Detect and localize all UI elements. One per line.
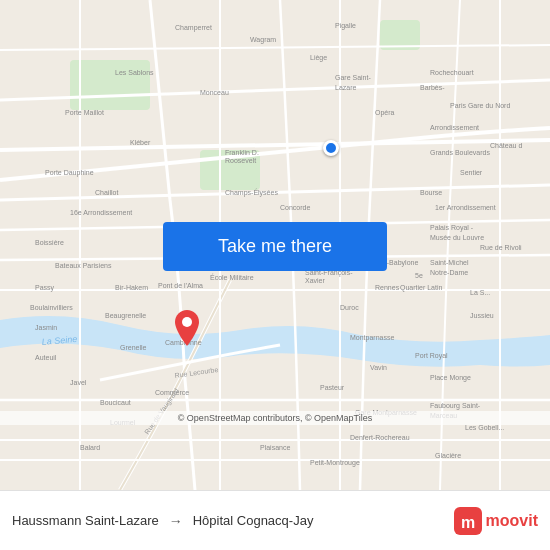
- svg-text:Beaugrenelle: Beaugrenelle: [105, 312, 146, 320]
- svg-text:Bir-Hakem: Bir-Hakem: [115, 284, 148, 291]
- svg-text:Auteuil: Auteuil: [35, 354, 57, 361]
- svg-text:Concorde: Concorde: [280, 204, 310, 211]
- svg-text:5e: 5e: [415, 272, 423, 279]
- svg-text:Boissière: Boissière: [35, 239, 64, 246]
- svg-text:Roosevelt: Roosevelt: [225, 157, 256, 164]
- svg-text:m: m: [460, 514, 474, 531]
- bottom-navigation-bar: Haussmann Saint-Lazare → Hôpital Cognacq…: [0, 490, 550, 550]
- svg-text:Xavier: Xavier: [305, 277, 326, 284]
- svg-text:Franklin D.: Franklin D.: [225, 149, 259, 156]
- svg-text:Les Gobell...: Les Gobell...: [465, 424, 504, 431]
- svg-text:Liège: Liège: [310, 54, 327, 62]
- svg-text:Rennes: Rennes: [375, 284, 400, 291]
- origin-location-dot: [323, 140, 339, 156]
- svg-point-94: [182, 317, 192, 327]
- to-station-label: Hôpital Cognacq-Jay: [193, 513, 314, 528]
- map-container: Les Sablons Pigalle Porte Maillot Wagram…: [0, 0, 550, 490]
- svg-text:Rochechouart: Rochechouart: [430, 69, 474, 76]
- svg-text:Balard: Balard: [80, 444, 100, 451]
- moovit-brand-text: moovit: [486, 512, 538, 530]
- svg-text:Pont de l'Alma: Pont de l'Alma: [158, 282, 203, 289]
- svg-text:Passy: Passy: [35, 284, 55, 292]
- svg-text:Bateaux Parisiens: Bateaux Parisiens: [55, 262, 112, 269]
- svg-text:Glacière: Glacière: [435, 452, 461, 459]
- svg-text:Gare Saint-: Gare Saint-: [335, 74, 371, 81]
- svg-text:Opéra: Opéra: [375, 109, 395, 117]
- moovit-icon: m: [454, 507, 482, 535]
- svg-text:Boulainvilliers: Boulainvilliers: [30, 304, 73, 311]
- svg-text:Saint-Michel: Saint-Michel: [430, 259, 469, 266]
- svg-rect-1: [70, 60, 150, 110]
- from-station-label: Haussmann Saint-Lazare: [12, 513, 159, 528]
- svg-text:Denfert-Rochereau: Denfert-Rochereau: [350, 434, 410, 441]
- svg-text:Petit-Montrouge: Petit-Montrouge: [310, 459, 360, 467]
- svg-text:1er Arrondissement: 1er Arrondissement: [435, 204, 496, 211]
- svg-text:Kléber: Kléber: [130, 139, 151, 146]
- destination-pin: [175, 310, 199, 350]
- svg-text:Quartier Latin: Quartier Latin: [400, 284, 443, 292]
- svg-text:Jussieu: Jussieu: [470, 312, 494, 319]
- svg-text:Grenelle: Grenelle: [120, 344, 147, 351]
- svg-text:Notre-Dame: Notre-Dame: [430, 269, 468, 276]
- arrow-icon: →: [169, 513, 183, 529]
- svg-text:Palais Royal -: Palais Royal -: [430, 224, 474, 232]
- svg-text:Jasmin: Jasmin: [35, 324, 57, 331]
- svg-text:Faubourg Saint-: Faubourg Saint-: [430, 402, 481, 410]
- svg-text:Bourse: Bourse: [420, 189, 442, 196]
- svg-text:Rue de Rivoli: Rue de Rivoli: [480, 244, 522, 251]
- svg-text:Wagram: Wagram: [250, 36, 276, 44]
- svg-text:Duroc: Duroc: [340, 304, 359, 311]
- svg-text:Place Monge: Place Monge: [430, 374, 471, 382]
- svg-text:Grands Boulevards: Grands Boulevards: [430, 149, 490, 156]
- svg-text:Musée du Louvre: Musée du Louvre: [430, 234, 484, 241]
- svg-text:Boucicaut: Boucicaut: [100, 399, 131, 406]
- svg-text:Plaisance: Plaisance: [260, 444, 290, 451]
- svg-text:Port Royal: Port Royal: [415, 352, 448, 360]
- svg-text:Javel: Javel: [70, 379, 87, 386]
- svg-text:Sentier: Sentier: [460, 169, 483, 176]
- svg-text:Lazare: Lazare: [335, 84, 357, 91]
- svg-text:Pigalle: Pigalle: [335, 22, 356, 30]
- svg-text:Porte Dauphine: Porte Dauphine: [45, 169, 94, 177]
- moovit-logo: m moovit: [454, 507, 538, 535]
- svg-text:Vavin: Vavin: [370, 364, 387, 371]
- svg-text:Champerret: Champerret: [175, 24, 212, 32]
- svg-text:École Militaire: École Militaire: [210, 273, 254, 281]
- svg-text:Château d: Château d: [490, 142, 522, 149]
- svg-text:Montparnasse: Montparnasse: [350, 334, 394, 342]
- take-me-there-button[interactable]: Take me there: [163, 222, 387, 271]
- svg-text:Barbès-: Barbès-: [420, 84, 445, 91]
- svg-text:Les Sablons: Les Sablons: [115, 69, 154, 76]
- svg-text:Chaillot: Chaillot: [95, 189, 118, 196]
- svg-text:La S...: La S...: [470, 289, 490, 296]
- svg-text:16e Arrondissement: 16e Arrondissement: [70, 209, 132, 216]
- svg-text:Monceau: Monceau: [200, 89, 229, 96]
- svg-text:Arrondissement: Arrondissement: [430, 124, 479, 131]
- svg-text:Champs-Élysées: Champs-Élysées: [225, 188, 278, 197]
- map-copyright: © OpenStreetMap contributors, © OpenMapT…: [0, 411, 550, 425]
- svg-text:Paris Gare du Nord: Paris Gare du Nord: [450, 102, 510, 109]
- svg-text:Porte Maillot: Porte Maillot: [65, 109, 104, 116]
- svg-text:Pasteur: Pasteur: [320, 384, 345, 391]
